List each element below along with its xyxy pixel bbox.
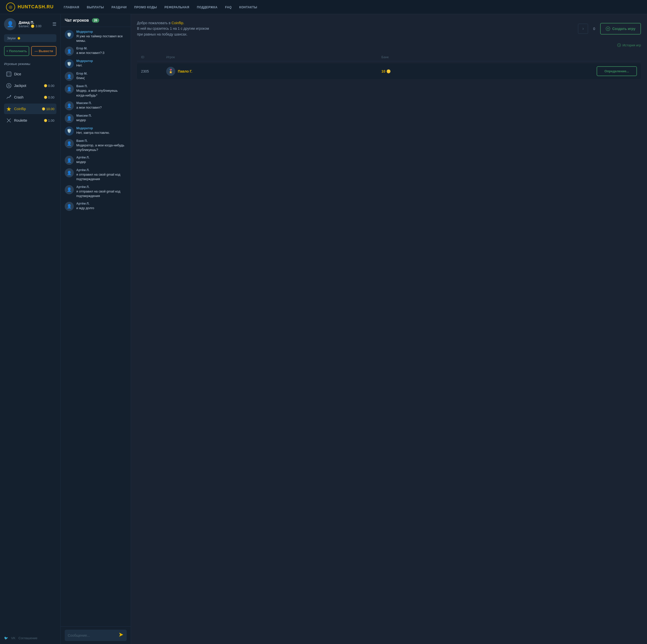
deposit-button[interactable]: + Пополнить <box>4 46 29 56</box>
msg-author: Максим П. <box>76 101 127 105</box>
nav-home[interactable]: ГЛАВНАЯ <box>64 6 79 9</box>
dice-label: Dice <box>14 72 54 76</box>
msg-text: блин( <box>76 76 127 80</box>
msg-author: Артём Л. <box>76 202 127 205</box>
msg-author: Ваня П. <box>76 84 127 88</box>
msg-content: Артём Л. и жду долго <box>76 202 127 210</box>
msg-avatar: 👤 <box>65 139 74 148</box>
chat-message-5: 👤 Максим П. а мои поставил? <box>65 101 127 110</box>
coinflip-create-icon <box>606 26 610 31</box>
withdraw-button[interactable]: — Вывести <box>31 46 56 56</box>
sounds-row: Звуки <box>4 34 56 42</box>
history-icon <box>617 43 621 47</box>
chat-message-4: 👤 Ваня П. Модер, а мой опубликуешь когда… <box>65 84 127 98</box>
logo[interactable]: ◎ HUNTCASH.RU <box>6 3 54 12</box>
twitter-icon[interactable]: 🐦 <box>4 636 8 640</box>
msg-avatar: 🛡️ <box>65 126 74 136</box>
row-player: 🎖️ Павло Г. <box>166 67 381 76</box>
msg-content: Артём Л. модер <box>76 156 127 164</box>
msg-content: Модератор Нет. <box>76 59 127 68</box>
col-bank: Банк <box>381 55 597 59</box>
msg-text: Модератор, а мои когда-нибудь опубликуеш… <box>76 143 127 152</box>
table-row: 2305 🎖️ Павло Г. 10 🪙 Определение... <box>137 63 641 79</box>
balance-coin-icon: 🪙 <box>31 24 34 28</box>
history-link[interactable]: История игр <box>137 43 641 47</box>
jackpot-icon <box>6 83 12 88</box>
roulette-value: 🪙 1.00 <box>44 119 54 122</box>
msg-text: Я уже на таймер поставил все мемы. <box>76 34 127 43</box>
col-id: ID <box>141 55 166 59</box>
nav-referral[interactable]: РЕФЕРАЛЬНАЯ <box>164 6 190 9</box>
prev-arrow[interactable]: › <box>578 24 588 34</box>
chat-message-2: 🛡️ Модератор Нет. <box>65 59 127 68</box>
navbar: ◎ HUNTCASH.RU ГЛАВНАЯ ВЫПЛАТЫ РАЗДАЧИ ПР… <box>0 0 647 14</box>
chat-message-9: 👤 Артём Л. модер <box>65 156 127 165</box>
main-content: Добро пожаловать в Coinflip. В ней вы ср… <box>131 14 647 644</box>
msg-author: Артём Л. <box>76 156 127 159</box>
chat-message-0: 🛡️ Модератор Я уже на таймер поставил вс… <box>65 30 127 43</box>
nav-links: ГЛАВНАЯ ВЫПЛАТЫ РАЗДАЧИ ПРОМО КОДЫ РЕФЕР… <box>64 5 257 9</box>
user-balance: Баланс: 🪙 3.00 <box>19 24 50 28</box>
agreement-link[interactable]: Соглашение <box>18 636 37 640</box>
nav-promo[interactable]: ПРОМО КОДЫ <box>134 6 157 9</box>
sidebar-item-coinflip[interactable]: Coinflip 🪙 10.00 <box>4 104 56 114</box>
msg-avatar: 👤 <box>65 72 74 81</box>
sidebar-item-roulette[interactable]: Roulette 🪙 1.00 <box>4 115 56 126</box>
msg-author: Егор М. <box>76 47 127 50</box>
msg-author: Артём Л. <box>76 168 127 172</box>
msg-content: Егор М. блин( <box>76 72 127 80</box>
msg-text: Нет, завтра поставлю. <box>76 131 127 135</box>
svg-point-1 <box>8 73 8 74</box>
chat-input[interactable] <box>68 633 119 637</box>
msg-avatar: 👤 <box>65 114 74 123</box>
main-layout: 👤 Давид П. Баланс: 🪙 3.00 ☰ Звуки + Попо… <box>0 14 647 644</box>
dice-icon <box>6 71 12 77</box>
msg-text: а мои поставил? <box>76 105 127 110</box>
player-avatar: 🎖️ <box>166 67 175 76</box>
chat-messages: 🛡️ Модератор Я уже на таймер поставил вс… <box>61 27 131 626</box>
logo-text: HUNTCASH.RU <box>18 4 54 10</box>
sidebar-item-crash[interactable]: Crash 🪙 0.00 <box>4 92 56 103</box>
coinflip-label: Coinflip <box>14 107 39 111</box>
chat-input-wrapper <box>65 630 127 641</box>
chat-message-7: 🛡️ Модератор Нет, завтра поставлю. <box>65 126 127 136</box>
msg-author: Максим П. <box>76 114 127 117</box>
msg-author: Модератор <box>76 59 127 63</box>
user-info: Давид П. Баланс: 🪙 3.00 <box>19 20 50 28</box>
msg-text: я отправил на свой gmail код подтвержден… <box>76 189 127 198</box>
game-count: 0 <box>590 27 598 31</box>
nav-giveaways[interactable]: РАЗДАЧИ <box>112 6 127 9</box>
chat-message-1: 👤 Егор М. а мои поставил?:3 <box>65 47 127 56</box>
msg-avatar: 🛡️ <box>65 30 74 39</box>
msg-text: модер <box>76 118 127 122</box>
msg-avatar: 👤 <box>65 168 74 177</box>
msg-avatar: 👤 <box>65 156 74 165</box>
game-modes-label: Игровые режимы <box>4 62 56 66</box>
nav-faq[interactable]: FAQ <box>225 6 232 9</box>
msg-content: Максим П. а мои поставил? <box>76 101 127 110</box>
chat-online-badge: 26 <box>92 18 99 23</box>
vk-icon[interactable]: VK <box>11 636 15 640</box>
msg-content: Артём Л. я отправил на свой gmail код по… <box>76 168 127 181</box>
send-button[interactable] <box>119 632 124 638</box>
svg-marker-6 <box>7 107 11 111</box>
msg-content: Ваня П. Модератор, а мои когда-нибудь оп… <box>76 139 127 152</box>
chat-panel: Чат игроков 26 🛡️ Модератор Я уже на тай… <box>60 14 131 644</box>
coinflip-link[interactable]: Coinflip. <box>171 21 184 25</box>
join-game-button[interactable]: Определение... <box>597 66 637 76</box>
nav-support[interactable]: ПОДДЕРЖКА <box>197 6 218 9</box>
chat-message-12: 👤 Артём Л. и жду долго <box>65 202 127 211</box>
hamburger-menu-icon[interactable]: ☰ <box>52 21 56 27</box>
msg-content: Модератор Я уже на таймер поставил все м… <box>76 30 127 43</box>
svg-rect-0 <box>7 72 11 76</box>
sidebar-item-dice[interactable]: Dice <box>4 69 56 79</box>
nav-contacts[interactable]: КОНТАКТЫ <box>239 6 257 9</box>
bank-coin-icon: 🪙 <box>386 69 390 73</box>
player-name: Павло Г. <box>178 69 193 73</box>
row-bank: 10 🪙 <box>381 69 597 73</box>
chat-message-8: 👤 Ваня П. Модератор, а мои когда-нибудь … <box>65 139 127 152</box>
nav-payouts[interactable]: ВЫПЛАТЫ <box>87 6 104 9</box>
logo-icon: ◎ <box>6 3 15 12</box>
create-game-button[interactable]: Создать игру <box>600 23 641 35</box>
sidebar-item-jackpot[interactable]: Jackpot 🪙 0.00 <box>4 80 56 91</box>
